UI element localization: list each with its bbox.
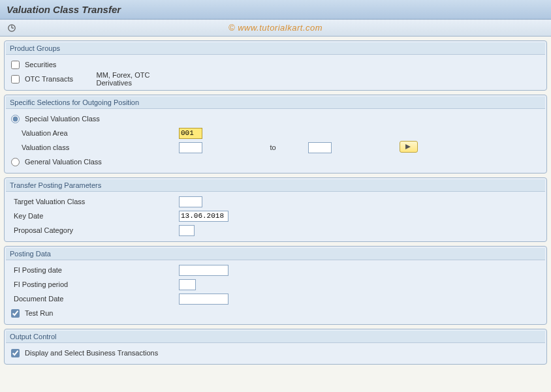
fi-date-label: FI Posting date xyxy=(14,266,62,274)
valuation-class-to-label: to xyxy=(270,143,276,151)
key-date-label: Key Date xyxy=(14,212,43,220)
doc-date-input[interactable] xyxy=(179,294,228,305)
row-proposal-cat: Proposal Category xyxy=(10,223,541,237)
group-output: Output Control Display and Select Busine… xyxy=(4,329,547,365)
row-target-class: Target Valuation Class xyxy=(10,194,541,209)
group-selections: Specific Selections for Outgoing Positio… xyxy=(4,95,547,173)
group-selections-title: Specific Selections for Outgoing Positio… xyxy=(6,97,545,109)
group-output-title: Output Control xyxy=(6,331,545,343)
key-date-input[interactable] xyxy=(179,211,228,222)
valuation-class-from-input[interactable] xyxy=(179,142,202,153)
target-class-input[interactable] xyxy=(179,196,202,207)
fi-date-input[interactable] xyxy=(179,265,228,276)
general-valuation-label: General Valuation Class xyxy=(25,158,102,166)
group-product-title: Product Groups xyxy=(6,42,545,55)
group-transfer-title: Transfer Posting Parameters xyxy=(6,179,545,192)
group-posting-title: Posting Data xyxy=(6,248,545,260)
row-valuation-class: Valuation class to xyxy=(10,140,541,155)
test-run-checkbox[interactable] xyxy=(11,309,20,318)
row-doc-date: Document Date xyxy=(10,292,541,306)
special-valuation-radio[interactable] xyxy=(11,115,20,123)
group-posting: Posting Data FI Posting date FI Posting … xyxy=(4,246,547,325)
doc-date-label: Document Date xyxy=(14,295,63,303)
row-otc: OTC Transacts MM, Forex, OTC Derivatives xyxy=(10,72,541,86)
watermark-text: © www.tutorialkart.com xyxy=(228,23,323,33)
row-general-radio: General Valuation Class xyxy=(10,155,541,169)
window-title: Valuation Class Transfer xyxy=(7,4,121,15)
row-valuation-area: Valuation Area xyxy=(10,126,541,140)
valuation-class-label: Valuation class xyxy=(22,143,69,151)
otc-description: MM, Forex, OTC Derivatives xyxy=(96,71,176,87)
valuation-area-label: Valuation Area xyxy=(22,129,68,137)
proposal-cat-label: Proposal Category xyxy=(14,226,73,234)
special-valuation-label: Special Valuation Class xyxy=(25,115,100,123)
securities-label: Securities xyxy=(25,61,56,68)
valuation-area-input[interactable] xyxy=(179,128,202,139)
row-special-radio: Special Valuation Class xyxy=(10,112,541,126)
row-fi-date: FI Posting date xyxy=(10,263,541,277)
row-display-select: Display and Select Business Transactions xyxy=(10,346,541,360)
multiple-selection-button[interactable] xyxy=(400,141,418,153)
group-product: Product Groups Securities OTC Transacts … xyxy=(4,40,547,91)
fi-period-input[interactable] xyxy=(179,279,196,290)
execute-icon[interactable] xyxy=(7,23,17,33)
display-select-label: Display and Select Business Transactions xyxy=(25,349,158,357)
row-key-date: Key Date xyxy=(10,209,541,223)
proposal-cat-input[interactable] xyxy=(179,225,195,236)
display-select-checkbox[interactable] xyxy=(11,349,20,357)
otc-checkbox[interactable] xyxy=(11,75,20,83)
row-test-run: Test Run xyxy=(10,306,541,320)
otc-label: OTC Transacts xyxy=(25,75,93,83)
test-run-label: Test Run xyxy=(25,309,53,317)
fi-period-label: FI Posting period xyxy=(14,280,68,288)
group-transfer: Transfer Posting Parameters Target Valua… xyxy=(4,177,547,242)
target-class-label: Target Valuation Class xyxy=(14,198,85,205)
securities-checkbox[interactable] xyxy=(11,61,20,69)
toolbar: © www.tutorialkart.com xyxy=(0,20,551,37)
valuation-class-to-input[interactable] xyxy=(308,142,332,153)
content-area: Product Groups Securities OTC Transacts … xyxy=(0,37,551,366)
row-securities: Securities xyxy=(10,57,541,72)
window-title-bar: Valuation Class Transfer xyxy=(0,0,551,20)
row-fi-period: FI Posting period xyxy=(10,277,541,292)
general-valuation-radio[interactable] xyxy=(11,158,20,166)
